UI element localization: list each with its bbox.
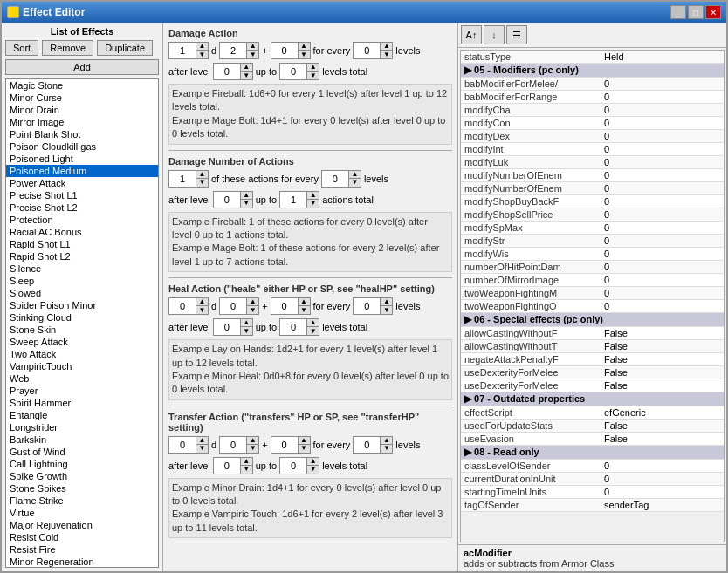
list-item[interactable]: Barkskin — [6, 433, 158, 446]
damage-val2-down[interactable]: ▼ — [246, 51, 258, 58]
heal-val5-input[interactable] — [214, 319, 240, 335]
property-row[interactable]: negateAttackPenaltyFFalse — [461, 353, 724, 366]
sort-desc-button[interactable]: ↓ — [484, 25, 505, 44]
list-item[interactable]: Protection — [6, 214, 158, 226]
transfer-val6-input[interactable] — [280, 458, 306, 474]
dna-val2-down[interactable]: ▼ — [348, 179, 361, 187]
prop-value-cell[interactable]: 0 — [601, 156, 724, 169]
list-item[interactable]: Minor Regeneration — [6, 556, 158, 568]
heal-val4-down[interactable]: ▼ — [380, 306, 392, 314]
prop-value-cell[interactable]: 0 — [601, 235, 724, 248]
property-row[interactable]: allowCastingWithoutFFalse — [461, 327, 724, 340]
transfer-val3-spinner[interactable]: ▲ ▼ — [271, 436, 311, 454]
damage-val4-up[interactable]: ▲ — [380, 43, 392, 51]
transfer-val3-input[interactable] — [271, 437, 298, 453]
list-item[interactable]: Precise Shot L1 — [6, 189, 158, 201]
list-item[interactable]: Rapid Shot L1 — [6, 238, 158, 250]
heal-val2-input[interactable] — [220, 298, 246, 314]
prop-value-cell[interactable]: False — [601, 353, 724, 366]
damage-val2-up[interactable]: ▲ — [246, 43, 258, 51]
effects-list[interactable]: Magic StoneMinor CurseMinor DrainMirror … — [5, 78, 159, 568]
list-item[interactable]: Two Attack — [6, 348, 158, 360]
prop-value-cell[interactable]: 0 — [601, 78, 724, 91]
property-row[interactable]: modifyDex0 — [461, 130, 724, 143]
property-row[interactable]: modifyShopBuyBackF0 — [461, 195, 724, 208]
prop-value-cell[interactable]: 0 — [601, 473, 724, 486]
property-row[interactable]: babModifierForRange0 — [461, 91, 724, 104]
damage-val3-input[interactable] — [271, 43, 298, 58]
property-row[interactable]: modifyStr0 — [461, 235, 724, 248]
dna-val3-input[interactable] — [214, 192, 240, 208]
list-item[interactable]: Sleep — [6, 275, 158, 287]
damage-val5-input[interactable] — [214, 64, 240, 79]
duplicate-button[interactable]: Duplicate — [97, 40, 153, 56]
prop-value-cell[interactable]: 0 — [601, 208, 724, 222]
property-row[interactable]: numberOfMirrorImage0 — [461, 274, 724, 287]
prop-value-cell[interactable]: 0 — [601, 130, 724, 143]
list-item[interactable]: Resist Fire — [6, 543, 158, 556]
prop-value-cell[interactable]: False — [601, 420, 724, 433]
list-item[interactable]: Spirit Hammer — [6, 397, 158, 409]
heal-val6-spinner[interactable]: ▲ ▼ — [279, 318, 319, 336]
damage-val6-spinner[interactable]: ▲ ▼ — [279, 63, 319, 80]
damage-val1-input[interactable] — [169, 43, 196, 58]
prop-value-cell[interactable]: False — [601, 379, 724, 392]
list-item[interactable]: Slowed — [6, 287, 158, 299]
damage-val4-spinner[interactable]: ▲ ▼ — [353, 42, 393, 59]
transfer-val4-input[interactable] — [354, 437, 380, 453]
property-row[interactable]: useDexterityForMeleeFalse — [461, 366, 724, 379]
list-item[interactable]: Power Attack — [6, 177, 158, 189]
property-row[interactable]: tagOfSendersenderTag — [461, 499, 724, 512]
list-item[interactable]: Racial AC Bonus — [6, 226, 158, 238]
list-item[interactable]: Virtue — [6, 507, 158, 519]
heal-val5-down[interactable]: ▼ — [240, 327, 252, 335]
property-row[interactable]: modifyLuk0 — [461, 156, 724, 169]
list-item[interactable]: VampiricTouch — [6, 360, 158, 372]
property-row[interactable]: startingTimeInUnits0 — [461, 486, 724, 499]
heal-val4-up[interactable]: ▲ — [380, 298, 392, 306]
damage-val1-spinner[interactable]: ▲ ▼ — [168, 42, 209, 59]
sort-button[interactable]: Sort — [5, 40, 38, 56]
transfer-val4-down[interactable]: ▼ — [380, 445, 392, 453]
property-row[interactable]: modifyNumberOfEnem0 — [461, 169, 724, 182]
heal-val2-spinner[interactable]: ▲ ▼ — [219, 297, 259, 315]
dna-val3-down[interactable]: ▼ — [240, 200, 252, 208]
heal-val2-down[interactable]: ▼ — [246, 306, 258, 314]
property-row[interactable]: usedForUpdateStatsFalse — [461, 420, 724, 433]
damage-val2-spinner[interactable]: ▲ ▼ — [219, 42, 259, 59]
dna-val3-spinner[interactable]: ▲ ▼ — [213, 191, 253, 208]
damage-val6-down[interactable]: ▼ — [306, 72, 319, 79]
list-item[interactable]: Resist Cold — [6, 531, 158, 543]
list-item[interactable]: Rapid Shot L2 — [6, 250, 158, 263]
damage-val3-down[interactable]: ▼ — [298, 51, 310, 58]
prop-value-cell[interactable]: 0 — [601, 486, 724, 499]
list-item[interactable]: Magic Stone — [6, 79, 158, 92]
prop-value-cell[interactable]: 0 — [601, 91, 724, 104]
damage-val5-down[interactable]: ▼ — [240, 72, 252, 79]
property-row[interactable]: effectScriptefGeneric — [461, 406, 724, 420]
list-item[interactable]: Sweep Attack — [6, 336, 158, 348]
property-row[interactable]: twoWeaponFightingO0 — [461, 300, 724, 313]
heal-val6-input[interactable] — [280, 319, 306, 335]
list-item[interactable]: Prayer — [6, 385, 158, 397]
maximize-button[interactable]: □ — [688, 5, 704, 19]
heal-val1-spinner[interactable]: ▲ ▼ — [168, 297, 209, 315]
heal-val5-spinner[interactable]: ▲ ▼ — [213, 318, 253, 336]
transfer-val6-down[interactable]: ▼ — [306, 466, 319, 474]
heal-val3-input[interactable] — [271, 298, 298, 314]
list-item[interactable]: Spider Poison Minor — [6, 299, 158, 311]
dna-val1-spinner[interactable]: ▲ ▼ — [168, 170, 209, 188]
damage-val3-up[interactable]: ▲ — [298, 43, 310, 51]
damage-val1-down[interactable]: ▼ — [196, 51, 208, 58]
damage-val4-input[interactable] — [354, 43, 380, 58]
transfer-val6-spinner[interactable]: ▲ ▼ — [279, 457, 319, 474]
add-button[interactable]: Add — [5, 59, 159, 75]
prop-value-cell[interactable]: 0 — [601, 261, 724, 274]
heal-val2-up[interactable]: ▲ — [246, 298, 258, 306]
dna-val4-input[interactable] — [280, 192, 306, 208]
heal-val1-down[interactable]: ▼ — [196, 306, 208, 314]
prop-value-cell[interactable]: 0 — [601, 195, 724, 208]
property-row[interactable]: modifyWis0 — [461, 248, 724, 261]
prop-value-cell[interactable]: 0 — [601, 248, 724, 261]
damage-val4-down[interactable]: ▼ — [380, 51, 392, 58]
